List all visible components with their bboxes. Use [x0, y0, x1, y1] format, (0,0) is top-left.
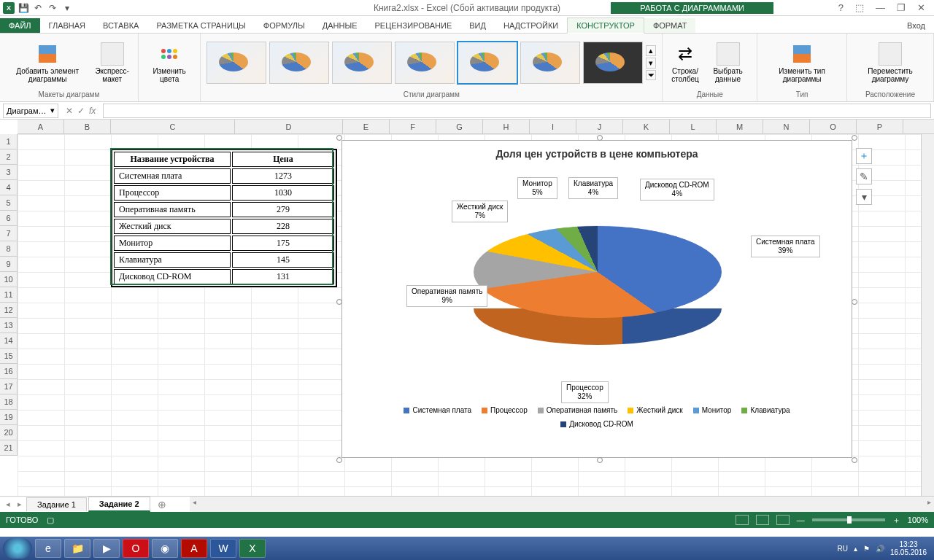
chart-data-label[interactable]: Клавиатура4% [568, 177, 618, 199]
change-chart-type-button[interactable]: Изменить тип диаграммы [763, 41, 841, 85]
chart-data-label[interactable]: Монитор5% [517, 177, 557, 199]
taskbar-chrome-icon[interactable]: ◉ [152, 539, 178, 558]
column-header-N[interactable]: N [763, 120, 810, 133]
chart-data-label[interactable]: Дисковод CD-ROM4% [640, 179, 714, 201]
taskbar-excel-icon[interactable]: X [239, 539, 266, 558]
sheet-tab[interactable]: Задание 2 [88, 497, 150, 512]
row-header-10[interactable]: 10 [0, 272, 18, 287]
row-header-16[interactable]: 16 [0, 364, 18, 379]
tab-вставка[interactable]: ВСТАВКА [94, 18, 147, 33]
chart-styles-gallery[interactable]: ▴ ▾ ⏷ [207, 36, 656, 89]
column-header-D[interactable]: D [235, 120, 343, 133]
taskbar-word-icon[interactable]: W [210, 539, 236, 558]
formula-input[interactable] [103, 104, 931, 118]
row-header-1[interactable]: 1 [0, 134, 18, 149]
row-header-5[interactable]: 5 [0, 195, 18, 211]
table-row[interactable]: Монитор175 [114, 236, 334, 251]
table-row[interactable]: Процессор1030 [114, 185, 334, 201]
styles-scroll-down[interactable]: ▾ [646, 58, 656, 69]
styles-scroll-up[interactable]: ▴ [646, 45, 656, 56]
row-header-4[interactable]: 4 [0, 180, 18, 195]
save-icon[interactable]: 💾 [18, 2, 29, 14]
zoom-slider[interactable] [812, 518, 885, 521]
column-header-F[interactable]: F [390, 120, 436, 133]
chart-style-1[interactable] [207, 42, 266, 84]
ribbon-display-options-icon[interactable]: ⬚ [855, 2, 864, 13]
chart-style-4[interactable] [395, 42, 455, 84]
undo-icon[interactable]: ↶ [32, 2, 44, 14]
row-header-14[interactable]: 14 [0, 333, 18, 349]
chart-object[interactable]: Доля цен устройств в цене компьютера Мон… [341, 140, 852, 458]
taskbar-media-icon[interactable]: ▶ [93, 539, 120, 558]
row-header-7[interactable]: 7 [0, 226, 18, 241]
taskbar-explorer-icon[interactable]: 📁 [64, 539, 90, 558]
legend-item[interactable]: Процессор [482, 406, 528, 414]
vertical-scrollbar[interactable] [921, 134, 934, 496]
taskbar-ie-icon[interactable]: e [35, 539, 61, 558]
column-header-I[interactable]: I [530, 120, 576, 133]
chart-style-3[interactable] [332, 42, 392, 84]
chart-style-2[interactable] [269, 42, 329, 84]
zoom-in-button[interactable]: ＋ [892, 515, 900, 526]
zoom-out-button[interactable]: — [797, 516, 805, 524]
tab-рецензирование[interactable]: РЕЦЕНЗИРОВАНИЕ [366, 18, 460, 33]
row-header-8[interactable]: 8 [0, 241, 18, 257]
qat-customize-icon[interactable]: ▾ [61, 2, 73, 14]
table-row[interactable]: Оперативная память279 [114, 202, 334, 217]
chart-elements-button[interactable]: ＋ [856, 148, 872, 164]
chart-filters-button[interactable]: ▾ [856, 189, 872, 205]
column-header-L[interactable]: L [670, 120, 717, 133]
column-header-J[interactable]: J [576, 120, 623, 133]
row-header-11[interactable]: 11 [0, 287, 18, 303]
row-header-12[interactable]: 12 [0, 303, 18, 318]
legend-item[interactable]: Дисковод CD-ROM [560, 420, 633, 428]
pie-chart[interactable] [474, 192, 722, 352]
column-header-P[interactable]: P [857, 120, 903, 133]
sheet-nav-next[interactable]: ▸ [15, 499, 25, 509]
row-header-18[interactable]: 18 [0, 394, 18, 410]
column-header-E[interactable]: E [343, 120, 390, 133]
table-header-price[interactable]: Цена [232, 152, 334, 167]
tray-volume-icon[interactable]: 🔊 [876, 545, 884, 553]
express-layout-button[interactable]: Экспресс- макет [92, 41, 132, 85]
start-button[interactable] [3, 538, 32, 559]
row-header-15[interactable]: 15 [0, 349, 18, 364]
tab-надстройки[interactable]: НАДСТРОЙКИ [495, 18, 567, 33]
minimize-button[interactable]: — [876, 2, 885, 13]
tray-flag-icon[interactable]: ⚑ [863, 545, 870, 553]
table-row[interactable]: Дисковод CD-ROM131 [114, 269, 334, 284]
tray-show-hidden-icon[interactable]: ▴ [854, 545, 857, 553]
chart-data-label[interactable]: Процессор32% [561, 381, 609, 403]
tab-chart-design[interactable]: КОНСТРУКТОР [567, 18, 644, 34]
tab-формулы[interactable]: ФОРМУЛЫ [255, 18, 314, 33]
row-header-6[interactable]: 6 [0, 211, 18, 226]
chart-style-7[interactable] [583, 42, 643, 84]
chevron-down-icon[interactable]: ▾ [50, 106, 55, 115]
tab-file[interactable]: ФАЙЛ [0, 18, 40, 33]
chart-legend[interactable]: Системная платаПроцессорОперативная памя… [342, 403, 852, 434]
worksheet-grid[interactable]: ABCDEFGHIJKLMNOP 12345678910111213141516… [0, 120, 934, 496]
macro-record-icon[interactable]: ▢ [47, 516, 54, 525]
legend-item[interactable]: Монитор [693, 406, 732, 414]
normal-view-button[interactable] [736, 515, 749, 525]
redo-icon[interactable]: ↷ [47, 2, 58, 14]
row-header-9[interactable]: 9 [0, 257, 18, 272]
column-header-A[interactable]: A [18, 120, 64, 133]
tray-clock[interactable]: 13:23 16.05.2016 [890, 540, 927, 556]
switch-row-col-button[interactable]: ⇄ Строка/ столбец [668, 41, 702, 85]
legend-item[interactable]: Жесткий диск [628, 406, 682, 414]
column-header-C[interactable]: C [111, 120, 235, 133]
zoom-level[interactable]: 100% [908, 516, 928, 524]
row-header-20[interactable]: 20 [0, 425, 18, 440]
move-chart-button[interactable]: Переместить диаграмму [853, 41, 927, 85]
chart-plot-area[interactable]: Монитор5%Клавиатура4%Дисковод CD-ROM4%Же… [342, 163, 852, 403]
maximize-button[interactable]: ❐ [897, 2, 906, 13]
page-break-view-button[interactable] [776, 515, 790, 525]
tab-вид[interactable]: ВИД [460, 18, 495, 33]
add-chart-element-button[interactable]: Добавить элемент диаграммы [6, 41, 89, 85]
chart-data-label[interactable]: Жесткий диск7% [452, 201, 508, 222]
column-header-K[interactable]: K [623, 120, 670, 133]
legend-item[interactable]: Оперативная память [538, 406, 617, 414]
tray-lang[interactable]: RU [837, 545, 847, 553]
name-box[interactable]: Диаграм…▾ [3, 104, 58, 118]
